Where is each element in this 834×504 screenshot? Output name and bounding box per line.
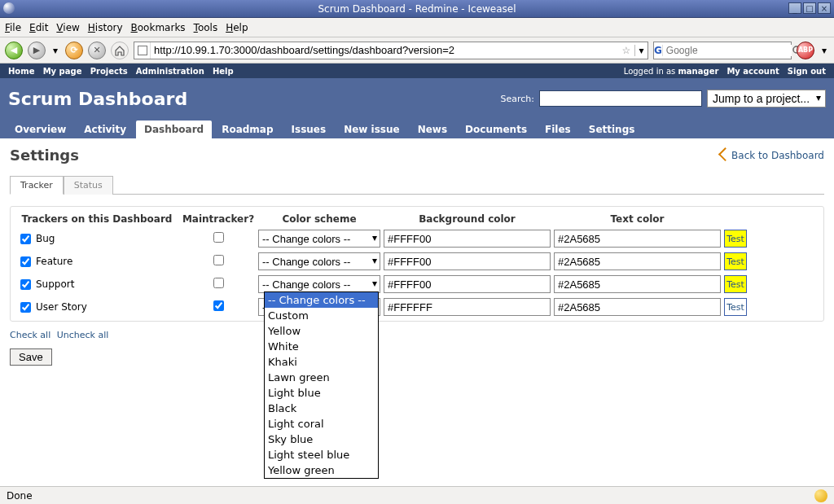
bg-color-input[interactable] — [384, 230, 551, 248]
test-button[interactable]: Test — [724, 230, 747, 248]
col-maintracker: Maintracker? — [182, 213, 255, 225]
text-color-input[interactable] — [554, 275, 721, 293]
nav-documents[interactable]: Documents — [457, 121, 535, 138]
maintracker-checkbox[interactable] — [213, 255, 224, 265]
subtab-status[interactable]: Status — [64, 176, 113, 195]
color-scheme-option[interactable]: Yellow green — [265, 462, 378, 478]
test-button[interactable]: Test — [724, 298, 747, 316]
maintracker-checkbox[interactable] — [213, 300, 224, 311]
color-scheme-option[interactable]: Khaki — [265, 354, 378, 370]
tracker-enable-checkbox[interactable] — [20, 256, 31, 267]
color-scheme-option[interactable]: Light steel blue — [265, 447, 378, 462]
col-trackers: Trackers on this Dashboard — [15, 213, 178, 225]
tracker-settings: Trackers on this DashboardMaintracker?Co… — [10, 206, 824, 322]
window-title: Scrum Dashboard - Redmine - Iceweasel — [318, 3, 516, 15]
tracker-enable-checkbox[interactable] — [20, 234, 31, 244]
maximize-button[interactable]: □ — [803, 2, 816, 14]
menu-help[interactable]: Help — [226, 22, 248, 33]
nav-issues[interactable]: Issues — [283, 121, 335, 138]
maintracker-checkbox[interactable] — [213, 232, 224, 243]
menu-edit[interactable]: Edit — [29, 22, 48, 33]
test-button[interactable]: Test — [724, 275, 747, 293]
text-color-input[interactable] — [554, 252, 721, 270]
top-link-help[interactable]: Help — [213, 67, 234, 76]
minimize-button[interactable]: _ — [788, 2, 801, 14]
tracker-enable-checkbox[interactable] — [20, 302, 31, 313]
color-scheme-dropdown-open[interactable]: -- Change colors --CustomYellowWhiteKhak… — [264, 291, 379, 479]
color-scheme-select[interactable]: -- Change colors -- — [258, 252, 380, 270]
bg-color-input[interactable] — [384, 275, 551, 293]
color-scheme-option[interactable]: Lawn green — [265, 370, 378, 385]
nav-overview[interactable]: Overview — [7, 121, 74, 138]
forward-button[interactable]: ▶ — [28, 42, 46, 59]
bookmark-star-icon[interactable]: ☆ — [618, 45, 634, 56]
browser-menubar: File Edit View History Bookmarks Tools H… — [0, 18, 834, 37]
header-search-input[interactable] — [539, 90, 702, 107]
history-dropdown[interactable]: ▾ — [50, 42, 60, 59]
top-link-signout[interactable]: Sign out — [788, 67, 826, 76]
search-engine-input[interactable] — [663, 45, 792, 56]
color-scheme-option[interactable]: Black — [265, 401, 378, 416]
color-scheme-option[interactable]: Yellow — [265, 323, 378, 339]
text-color-input[interactable] — [554, 230, 721, 248]
top-link-admin[interactable]: Administration — [136, 67, 204, 76]
check-all-link[interactable]: Check all — [10, 330, 50, 340]
color-scheme-cell: -- Change colors -- — [258, 252, 380, 270]
color-scheme-option[interactable]: -- Change colors -- — [265, 292, 378, 308]
tracker-name: Bug — [36, 233, 55, 244]
color-scheme-option[interactable]: White — [265, 339, 378, 354]
address-bar: ☆ ▾ — [134, 42, 648, 59]
nav-dashboard[interactable]: Dashboard — [136, 121, 212, 138]
text-color-input[interactable] — [554, 298, 721, 316]
save-button[interactable]: Save — [10, 348, 52, 366]
stop-button[interactable]: ✕ — [88, 42, 106, 59]
status-smiley-icon[interactable] — [814, 489, 827, 502]
url-history-dropdown[interactable]: ▾ — [634, 45, 647, 56]
color-scheme-option[interactable]: Light coral — [265, 416, 378, 432]
uncheck-all-link[interactable]: Uncheck all — [57, 330, 109, 340]
top-link-home[interactable]: Home — [8, 67, 34, 76]
maintracker-checkbox[interactable] — [213, 278, 224, 288]
status-text: Done — [7, 490, 33, 502]
url-input[interactable] — [151, 44, 618, 56]
color-scheme-select[interactable]: -- Change colors -- — [258, 275, 380, 293]
bg-color-input[interactable] — [384, 298, 551, 316]
color-scheme-option[interactable]: Custom — [265, 308, 378, 323]
app-title: Scrum Dashboard — [8, 89, 187, 109]
home-button[interactable] — [111, 42, 129, 59]
top-link-mypage[interactable]: My page — [43, 67, 82, 76]
bg-color-input[interactable] — [384, 252, 551, 270]
subtabs: Tracker Status — [10, 175, 824, 195]
nav-newissue[interactable]: New issue — [336, 121, 408, 138]
close-button[interactable]: × — [818, 2, 831, 14]
nav-news[interactable]: News — [410, 121, 455, 138]
search-engine-icon[interactable]: G — [654, 45, 663, 56]
nav-roadmap[interactable]: Roadmap — [213, 121, 281, 138]
reload-button[interactable]: ⟳ — [65, 42, 83, 59]
adblock-dropdown[interactable]: ▾ — [819, 42, 829, 59]
browser-statusbar: Done — [0, 486, 834, 504]
top-link-myaccount[interactable]: My account — [726, 67, 779, 76]
nav-activity[interactable]: Activity — [76, 121, 134, 138]
adblock-button[interactable]: ABP — [797, 42, 814, 59]
nav-files[interactable]: Files — [537, 121, 579, 138]
subtab-tracker[interactable]: Tracker — [10, 176, 64, 195]
header-search-label: Search: — [501, 94, 535, 104]
menu-tools[interactable]: Tools — [194, 22, 218, 33]
redmine-top-strip: Home My page Projects Administration Hel… — [0, 64, 834, 78]
menu-view[interactable]: View — [56, 22, 79, 33]
jump-to-project[interactable]: Jump to a project... — [707, 90, 826, 107]
color-scheme-option[interactable]: Light blue — [265, 385, 378, 401]
back-to-dashboard-link[interactable]: Back to Dashboard — [719, 150, 824, 161]
test-button[interactable]: Test — [724, 252, 747, 270]
color-scheme-cell: -- Change colors -- — [258, 275, 380, 293]
top-link-projects[interactable]: Projects — [90, 67, 128, 76]
nav-settings[interactable]: Settings — [581, 121, 643, 138]
color-scheme-option[interactable]: Sky blue — [265, 432, 378, 447]
menu-history[interactable]: History — [88, 22, 123, 33]
menu-bookmarks[interactable]: Bookmarks — [131, 22, 186, 33]
back-button[interactable]: ◀ — [5, 42, 23, 59]
color-scheme-select[interactable]: -- Change colors -- — [258, 230, 380, 248]
menu-file[interactable]: File — [5, 22, 21, 33]
tracker-enable-checkbox[interactable] — [20, 279, 31, 290]
